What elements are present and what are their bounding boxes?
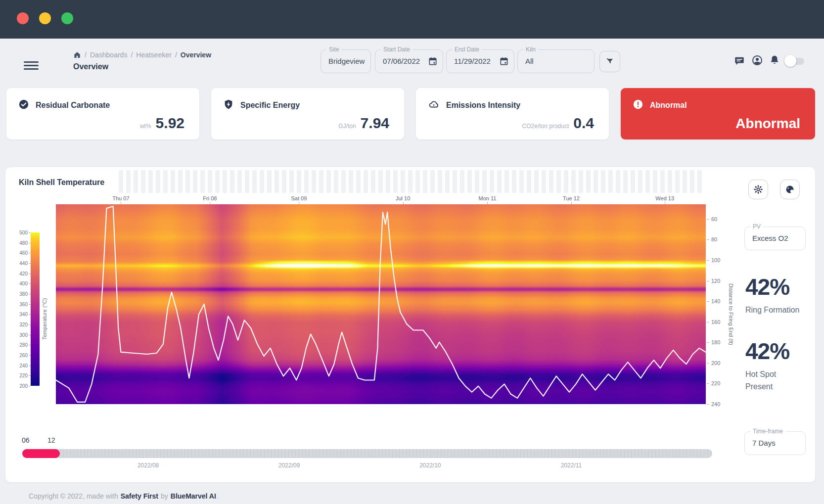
site-select[interactable]: Site Bridgeview: [320, 49, 371, 73]
colorbar-tick: 420: [11, 271, 28, 276]
window-close-button[interactable]: [17, 12, 29, 24]
timeframe-select[interactable]: Time-frame 7 Days: [744, 431, 806, 455]
slider-start-label: 06: [22, 436, 30, 444]
home-icon[interactable]: [73, 51, 81, 59]
theme-toggle[interactable]: [784, 54, 805, 68]
chart-settings-button[interactable]: [748, 180, 768, 199]
ring-formation-label: Ring Formation: [745, 304, 800, 316]
window-minimize-button[interactable]: [39, 12, 51, 24]
colorbar-tickmark: [29, 263, 31, 264]
colorbar-tick: 240: [11, 363, 28, 368]
page-title: Overview: [73, 62, 108, 71]
temperature-colorbar: [31, 232, 40, 386]
menu-icon[interactable]: [24, 59, 39, 70]
colorbar-tick: 380: [11, 291, 28, 297]
right-axis-tick: 220: [711, 380, 720, 386]
site-value: Bridgeview: [328, 57, 365, 65]
right-axis-tickmark: [707, 383, 709, 384]
calendar-icon[interactable]: [428, 56, 438, 68]
x-axis-month-tick: 2022/10: [419, 462, 441, 469]
colorbar-tickmark: [29, 335, 31, 335]
kpi-card-status-abnormal[interactable]: Abnormal Abnormal: [621, 88, 815, 139]
kiln-select[interactable]: Kiln All: [517, 49, 595, 73]
notifications-icon[interactable]: [769, 54, 780, 65]
window-titlebar: [0, 0, 824, 39]
filter-off-icon: [605, 57, 615, 66]
status-badge-label: Abnormal: [650, 101, 687, 110]
emissions-cloud-icon: [428, 99, 440, 112]
breadcrumb-separator: /: [131, 51, 133, 59]
colorbar-tickmark: [29, 386, 31, 386]
right-axis-tick: 80: [711, 236, 717, 242]
x-axis-day-tick: Fri 08: [203, 195, 217, 201]
kpi-card-specific-energy[interactable]: Specific Energy GJ/ton 7.94: [211, 88, 404, 139]
time-range-slider-selection[interactable]: [22, 449, 60, 458]
colorbar-tick: 460: [11, 250, 28, 256]
colorbar-tickmark: [29, 274, 31, 274]
colorbar-tick: 280: [11, 342, 28, 348]
breadcrumb-item-dashboards[interactable]: Dashboards: [90, 51, 128, 59]
kpi-card-residual-carbonate[interactable]: Residual Carbonate wt% 5.92: [6, 88, 199, 139]
alert-icon: [633, 99, 643, 112]
colorbar-tickmark: [29, 366, 31, 366]
calendar-icon[interactable]: [499, 56, 509, 68]
right-axis-tick: 60: [711, 216, 717, 222]
clear-filters-button[interactable]: [599, 51, 620, 72]
timeline-strip: [119, 170, 705, 193]
x-axis-tickmark: [487, 202, 488, 204]
colorbar-tick: 400: [11, 281, 28, 286]
colorbar-tickmark: [29, 355, 31, 356]
kiln-label: Kiln: [523, 46, 538, 53]
right-axis-tick: 200: [711, 360, 720, 366]
ring-formation-value: 42%: [745, 274, 789, 300]
time-range-slider-track[interactable]: [22, 449, 712, 458]
breadcrumb-item-overview[interactable]: Overview: [181, 51, 211, 59]
footer-text: .: [217, 492, 219, 500]
colorbar-tick: 500: [11, 230, 28, 235]
colorbar-tick: 220: [11, 373, 28, 378]
status-value: Abnormal: [735, 116, 800, 132]
kpi-unit: GJ/ton: [338, 123, 356, 130]
pv-select[interactable]: PV Excess O2: [744, 227, 806, 250]
kiln-shell-heatmap[interactable]: [56, 204, 706, 404]
x-axis-month-tick: 2022/11: [561, 462, 582, 469]
kpi-unit: CO2e/ton product: [522, 123, 569, 130]
x-axis-day-tick: Mon 11: [479, 195, 497, 201]
kpi-card-emissions-intensity[interactable]: Emissions Intensity CO2e/ton product 0.4: [416, 88, 609, 139]
window-maximize-button[interactable]: [61, 12, 73, 24]
x-axis-tickmark: [571, 202, 572, 204]
x-axis-tickmark: [403, 202, 404, 204]
account-icon[interactable]: [751, 54, 763, 66]
colorbar-tick: 360: [11, 302, 28, 307]
footer-text: by: [161, 492, 168, 500]
chart-palette-button[interactable]: [780, 180, 800, 199]
footer: Copyright © 2022, made withSafety Firstb…: [29, 492, 221, 500]
kpi-value: 7.94: [361, 115, 389, 132]
right-axis-tickmark: [707, 260, 709, 261]
x-axis-day-tick: Tue 12: [563, 195, 580, 201]
right-axis-tickmark: [707, 301, 709, 302]
x-axis-month-tick: 2022/09: [278, 462, 300, 469]
x-axis-day-tick: Jul 10: [396, 195, 410, 201]
end-date-input[interactable]: End Date 11/29/2022: [446, 49, 514, 73]
breadcrumb-item-heatseeker[interactable]: Heatseeker: [136, 51, 172, 59]
footer-brand[interactable]: BlueMarvel AI: [171, 492, 216, 500]
colorbar-tickmark: [29, 243, 31, 243]
right-axis-tick: 240: [711, 401, 720, 407]
kpi-value: 5.92: [156, 115, 184, 132]
start-date-input[interactable]: Start Date 07/06/2022: [375, 49, 443, 73]
pv-value: Excess O2: [752, 234, 788, 242]
x-axis-day-tick: Thu 07: [112, 195, 129, 201]
colorbar-tickmark: [29, 294, 31, 294]
toggle-knob: [784, 55, 796, 67]
colorbar-tick: 320: [11, 322, 28, 327]
right-axis-tickmark: [707, 219, 709, 220]
right-axis-tickmark: [707, 322, 709, 322]
pv-label: PV: [750, 223, 763, 230]
right-axis-tickmark: [707, 404, 709, 405]
feedback-icon[interactable]: [734, 55, 745, 66]
footer-safety-first: Safety First: [121, 492, 158, 500]
verified-badge-icon: [18, 99, 29, 112]
colorbar-tick: 200: [11, 383, 28, 389]
colorbar-tickmark: [29, 314, 31, 315]
